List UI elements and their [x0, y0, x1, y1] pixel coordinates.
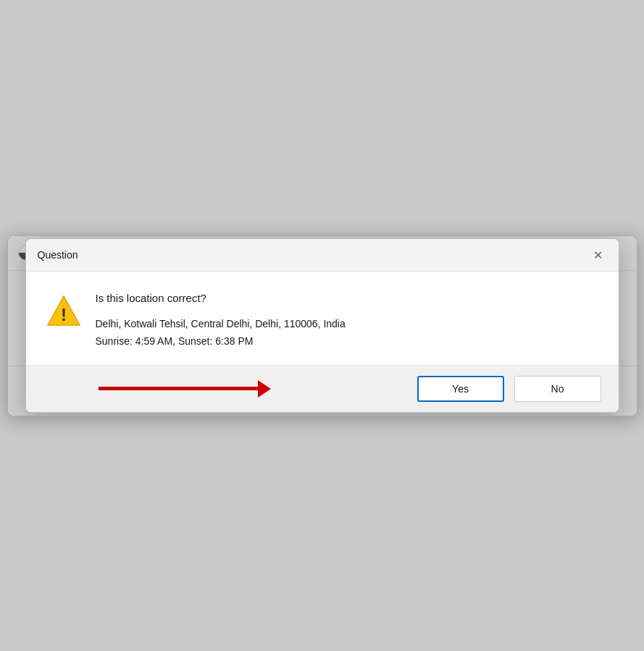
dialog-close-button[interactable]: ✕	[590, 246, 607, 264]
red-arrow	[99, 380, 271, 398]
question-dialog: Question ✕ ! Is this location correct? D…	[25, 238, 619, 413]
dialog-title: Question	[38, 249, 78, 261]
dialog-text-block: Is this location correct? Delhi, Kotwali…	[96, 292, 598, 350]
main-window: Configure Schedule ─ □ ✕ Use location to…	[7, 235, 637, 416]
dialog-question: Is this location correct?	[96, 292, 598, 304]
arrow-head	[258, 380, 271, 398]
no-button[interactable]: No	[514, 376, 601, 402]
warning-icon: !	[46, 293, 81, 328]
dialog-title-bar: Question ✕	[26, 239, 619, 272]
arrow-line	[99, 387, 258, 390]
yes-button[interactable]: Yes	[417, 376, 504, 402]
dialog-location-details: Delhi, Kotwali Tehsil, Central Delhi, De…	[96, 316, 598, 350]
svg-text:!: !	[61, 305, 67, 324]
dialog-overlay: Question ✕ ! Is this location correct? D…	[8, 236, 637, 416]
dialog-footer: Yes No	[26, 365, 619, 412]
dialog-body: ! Is this location correct? Delhi, Kotwa…	[26, 272, 619, 365]
